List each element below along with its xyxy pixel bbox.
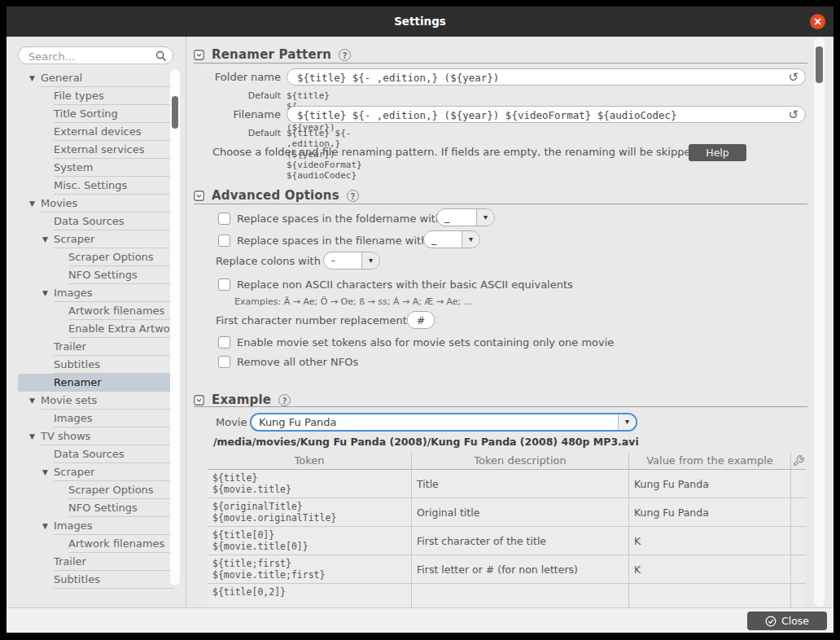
sidebar-item-label: NFO Settings xyxy=(68,502,138,514)
replace-spaces-filename-checkbox[interactable] xyxy=(218,235,230,247)
sidebar-item-trailer[interactable]: Trailer xyxy=(18,553,174,571)
sidebar-item-images[interactable]: Images xyxy=(18,410,174,427)
wrench-icon[interactable] xyxy=(793,455,804,467)
sidebar-item-scraper-options[interactable]: Scraper Options xyxy=(18,481,174,499)
help-icon[interactable]: ? xyxy=(347,190,359,202)
example-path: /media/movies/Kung Fu Panda (2008)/Kung … xyxy=(213,436,639,448)
tree-expanded-icon[interactable]: ▼ xyxy=(29,74,35,82)
sidebar-item-data-sources[interactable]: Data Sources xyxy=(18,213,174,230)
section-header-advanced-options: Advanced Options ? xyxy=(194,188,359,203)
sidebar-item-external-services[interactable]: External services xyxy=(18,141,174,159)
chevron-down-icon[interactable]: ▾ xyxy=(476,209,494,226)
main-scrollbar-thumb[interactable] xyxy=(816,46,823,83)
sidebar-scrollbar[interactable] xyxy=(170,69,180,585)
replace-non-ascii-row: Replace non ASCII characters with their … xyxy=(218,277,573,292)
checkbox-label: Enable movie set tokens also for movie s… xyxy=(237,336,614,348)
reset-icon[interactable]: ↺ xyxy=(788,107,798,122)
chevron-down-icon[interactable]: ▾ xyxy=(361,252,379,269)
sidebar-item-artwork-filenames[interactable]: Artwork filenames xyxy=(18,302,174,320)
search-box[interactable] xyxy=(18,46,173,64)
sidebar-item-trailer[interactable]: Trailer xyxy=(18,338,174,356)
tree-expanded-icon[interactable]: ▼ xyxy=(42,468,48,476)
sidebar-item-label: General xyxy=(41,72,82,84)
default-label: Default xyxy=(187,128,281,138)
sidebar-item-label: Trailer xyxy=(54,340,86,353)
search-input[interactable] xyxy=(27,49,152,64)
value-cell: Kung Fu Panda xyxy=(629,498,791,526)
main-scrollbar[interactable] xyxy=(814,37,825,607)
sidebar-item-label: Artwork filenames xyxy=(68,537,164,550)
first-char-replacement-field[interactable] xyxy=(407,311,435,329)
reset-icon[interactable]: ↺ xyxy=(788,70,798,85)
chevron-down-icon[interactable]: ▾ xyxy=(462,231,479,248)
help-button[interactable]: Help xyxy=(689,144,746,161)
help-icon[interactable]: ? xyxy=(339,49,351,61)
sidebar-item-label: Enable Extra Artwork xyxy=(68,322,174,335)
colon-replacement-dropdown[interactable]: - ▾ xyxy=(323,252,380,270)
sidebar-item-title-sorting[interactable]: Title Sorting xyxy=(18,105,174,123)
foldername-space-replacement-dropdown[interactable]: _ ▾ xyxy=(436,208,495,226)
help-icon[interactable]: ? xyxy=(278,394,291,406)
collapse-icon[interactable] xyxy=(194,395,204,405)
collapse-icon[interactable] xyxy=(194,191,204,201)
column-settings-cell[interactable] xyxy=(791,452,806,469)
settings-column-cell xyxy=(791,555,806,583)
collapse-icon[interactable] xyxy=(194,50,204,60)
tree-expanded-icon[interactable]: ▼ xyxy=(42,289,48,297)
sidebar-item-renamer[interactable]: Renamer xyxy=(18,374,174,392)
close-button[interactable]: Close xyxy=(747,612,827,630)
sidebar-item-movie-sets[interactable]: ▼Movie sets xyxy=(18,392,174,410)
description-cell: First character of the title xyxy=(412,527,629,555)
sidebar-item-label: External devices xyxy=(54,125,142,138)
sidebar-item-enable-extra-artwork[interactable]: Enable Extra Artwork xyxy=(18,320,174,338)
settings-column-cell xyxy=(791,527,806,555)
sidebar-item-label: File types xyxy=(54,90,104,102)
sidebar-item-tv-shows[interactable]: ▼TV shows xyxy=(18,427,174,445)
movie-select-dropdown[interactable]: Kung Fu Panda ▾ xyxy=(250,413,637,432)
close-icon: × xyxy=(813,15,823,28)
folder-name-field[interactable]: ↺ xyxy=(287,68,806,85)
sidebar-item-misc-settings[interactable]: Misc. Settings xyxy=(18,177,174,195)
sidebar-item-external-devices[interactable]: External devices xyxy=(18,123,174,141)
replace-spaces-foldername-checkbox[interactable] xyxy=(218,213,230,225)
tree-expanded-icon[interactable]: ▼ xyxy=(29,199,35,208)
tree-expanded-icon[interactable]: ▼ xyxy=(42,235,48,243)
filename-input[interactable] xyxy=(295,108,783,122)
sidebar-item-scraper-options[interactable]: Scraper Options xyxy=(18,248,174,266)
settings-tree: ▼GeneralFile typesTitle SortingExternal … xyxy=(18,69,174,589)
sidebar-item-movies[interactable]: ▼Movies xyxy=(18,195,174,213)
sidebar-item-subtitles[interactable]: Subtitles xyxy=(18,356,174,374)
sidebar-item-nfo-settings[interactable]: NFO Settings xyxy=(18,499,174,517)
value-cell: Kung Fu Panda xyxy=(629,470,791,498)
sidebar-item-file-types[interactable]: File types xyxy=(18,87,174,105)
sidebar-item-data-sources[interactable]: Data Sources xyxy=(18,445,174,463)
section-title: Example xyxy=(212,392,271,407)
sidebar-item-label: Renamer xyxy=(54,376,102,388)
sidebar-item-subtitles[interactable]: Subtitles xyxy=(18,571,174,589)
sidebar-item-scraper[interactable]: ▼Scraper xyxy=(18,463,174,481)
sidebar-item-artwork-filenames[interactable]: Artwork filenames xyxy=(18,535,174,553)
tree-expanded-icon[interactable]: ▼ xyxy=(29,397,35,405)
sidebar-item-general[interactable]: ▼General xyxy=(18,69,174,87)
replace-non-ascii-checkbox[interactable] xyxy=(218,278,230,291)
tree-expanded-icon[interactable]: ▼ xyxy=(29,432,35,441)
sidebar-item-nfo-settings[interactable]: NFO Settings xyxy=(18,266,174,284)
chevron-down-icon[interactable]: ▾ xyxy=(618,414,636,430)
sidebar-item-system[interactable]: System xyxy=(18,159,174,177)
remove-nfos-checkbox[interactable] xyxy=(218,356,230,368)
sidebar-scrollbar-thumb[interactable] xyxy=(172,96,178,129)
sidebar-item-images[interactable]: ▼Images xyxy=(18,284,174,302)
tree-expanded-icon[interactable]: ▼ xyxy=(42,522,48,530)
filename-field[interactable]: ↺ xyxy=(287,106,806,123)
first-char-replacement-input[interactable] xyxy=(415,314,435,327)
folder-name-input[interactable] xyxy=(295,71,783,85)
sidebar-item-label: Misc. Settings xyxy=(54,179,127,191)
window-close-button[interactable]: × xyxy=(810,14,825,29)
filename-space-replacement-dropdown[interactable]: _ ▾ xyxy=(423,230,480,248)
movie-set-tokens-checkbox[interactable] xyxy=(218,336,230,348)
divider xyxy=(194,406,807,407)
dropdown-value: Kung Fu Panda xyxy=(252,414,618,430)
token-table-body: ${title}${movie.title}TitleKung Fu Panda… xyxy=(208,470,806,607)
sidebar-item-images[interactable]: ▼Images xyxy=(18,517,174,535)
sidebar-item-scraper[interactable]: ▼Scraper xyxy=(18,230,174,248)
